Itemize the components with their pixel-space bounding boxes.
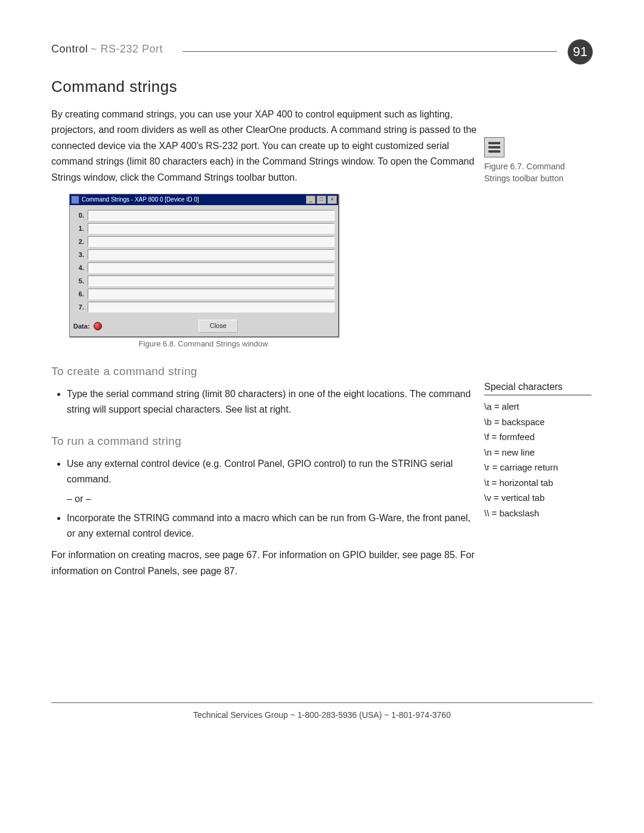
intro-paragraph: By creating command strings, you can use…	[51, 107, 481, 185]
special-char-row: \\ = backslash	[484, 506, 592, 521]
page-header: Control ~ RS-232 Port 91	[51, 43, 593, 64]
special-char-row: \n = new line	[484, 445, 592, 460]
page-footer: Technical Services Group ~ 1-800-283-593…	[51, 702, 593, 720]
row-index: 6.	[73, 290, 84, 298]
page-title: Command strings	[51, 78, 481, 96]
command-row: 0.	[73, 210, 335, 221]
command-row: 6.	[73, 289, 335, 299]
special-char-row: \r = carriage return	[484, 460, 592, 475]
header-rule	[182, 51, 557, 52]
window-minimize-icon[interactable]: _	[306, 196, 315, 204]
run-step-1: Use any external control device (e.g. Co…	[67, 456, 481, 488]
window-title: Command Strings - XAP 800 0 [Device ID 0…	[82, 196, 306, 203]
heading-run: To run a command string	[51, 435, 481, 448]
special-characters-panel: Special characters \a = alert \b = backs…	[484, 382, 592, 521]
command-input[interactable]	[88, 236, 335, 247]
close-button[interactable]: Close	[199, 320, 238, 333]
figure-6-7-caption: Figure 6.7. Command Strings toolbar butt…	[484, 161, 592, 184]
row-index: 4.	[73, 264, 84, 271]
command-strings-toolbar-icon	[484, 137, 504, 157]
command-row: 5.	[73, 275, 335, 286]
special-char-row: \a = alert	[484, 399, 592, 414]
command-row: 7.	[73, 302, 335, 312]
window-body: 0. 1. 2. 3. 4. 5. 6. 7.	[70, 205, 338, 316]
breadcrumb-sep: ~	[91, 43, 101, 55]
or-separator: – or –	[67, 494, 481, 504]
window-titlebar: Command Strings - XAP 800 0 [Device ID 0…	[70, 194, 338, 205]
outro-paragraph: For information on creating macros, see …	[51, 547, 481, 579]
special-char-row: \t = horizontal tab	[484, 475, 592, 491]
page-number-badge: 91	[568, 39, 593, 64]
create-step: Type the serial command string (limit 80…	[67, 386, 481, 418]
run-step-2: Incorporate the STRING command into a ma…	[67, 510, 481, 542]
command-input[interactable]	[88, 210, 335, 221]
window-maximize-icon[interactable]: □	[317, 196, 326, 204]
window-close-icon[interactable]: ×	[327, 196, 337, 204]
command-input[interactable]	[88, 302, 335, 312]
special-char-row: \f = formfeed	[484, 429, 592, 445]
main-column: Command strings By creating command stri…	[51, 72, 481, 584]
command-row: 4.	[73, 262, 335, 273]
special-characters-heading: Special characters	[484, 382, 592, 395]
command-input[interactable]	[88, 289, 335, 299]
row-index: 2.	[73, 238, 84, 245]
heading-create: To create a command string	[51, 365, 481, 378]
command-row: 1.	[73, 223, 335, 234]
window-sys-icon	[71, 196, 79, 204]
command-row: 3.	[73, 249, 335, 260]
footer-rule	[51, 702, 593, 703]
command-strings-window: Command Strings - XAP 800 0 [Device ID 0…	[69, 194, 339, 337]
figure-6-8-caption: Figure 6.8. Command Strings window	[69, 339, 338, 348]
special-char-row: \v = vertical tab	[484, 490, 592, 506]
breadcrumb-sub: RS-232 Port	[101, 43, 163, 55]
command-input[interactable]	[88, 262, 335, 273]
row-index: 5.	[73, 277, 84, 284]
command-input[interactable]	[88, 223, 335, 234]
row-index: 0.	[73, 212, 84, 219]
figure-6-8: Command Strings - XAP 800 0 [Device ID 0…	[69, 194, 338, 348]
data-led-label: Data:	[73, 323, 90, 330]
row-index: 3.	[73, 251, 84, 258]
command-input[interactable]	[88, 275, 335, 286]
row-index: 7.	[73, 304, 84, 311]
row-index: 1.	[73, 225, 84, 232]
command-row: 2.	[73, 236, 335, 247]
special-char-row: \b = backspace	[484, 414, 592, 430]
data-led-icon	[94, 322, 102, 330]
window-statusbar: Data: Close	[70, 316, 338, 336]
footer-text: Technical Services Group ~ 1-800-283-593…	[51, 710, 593, 720]
breadcrumb-section: Control	[51, 43, 88, 55]
side-column-top: Figure 6.7. Command Strings toolbar butt…	[484, 137, 592, 184]
command-input[interactable]	[88, 249, 335, 260]
